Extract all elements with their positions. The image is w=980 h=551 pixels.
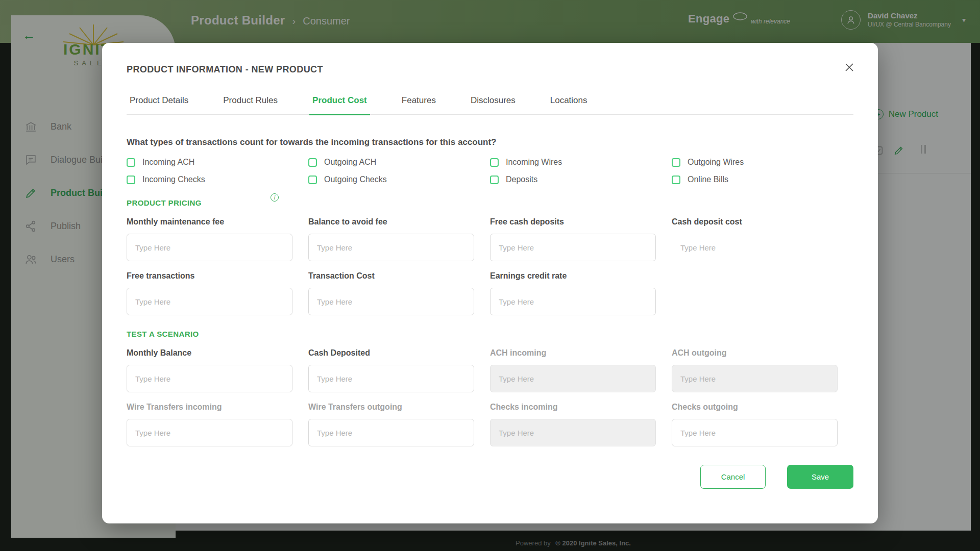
checkbox-label: Outgoing Wires: [688, 158, 744, 167]
tab-disclosures[interactable]: Disclosures: [468, 95, 519, 115]
checks-incoming-input: [490, 419, 656, 446]
cash-deposit-cost-input[interactable]: [672, 234, 838, 261]
test-a-scenario-heading: TEST A SCENARIO: [127, 330, 853, 338]
tab-product-cost[interactable]: Product Cost: [309, 95, 370, 115]
field-monthly-maintenance-fee: Monthly maintenance fee: [127, 207, 308, 261]
checkbox-incoming-checks[interactable]: Incoming Checks: [127, 175, 308, 184]
checkbox-box[interactable]: [490, 158, 499, 167]
field-free-transactions: Free transactions: [127, 261, 308, 315]
field-monthly-balance: Monthly Balance: [127, 338, 308, 392]
modal-actions: Cancel Save: [127, 465, 853, 489]
checkbox-box[interactable]: [308, 158, 317, 167]
wire-transfers-outgoing-input[interactable]: [308, 419, 474, 446]
field-label: Wire Transfers incoming: [127, 403, 308, 412]
wire-transfers-incoming-input[interactable]: [127, 419, 292, 446]
product-pricing-heading: PRODUCT PRICING: [127, 198, 853, 207]
save-button[interactable]: Save: [787, 465, 853, 489]
cancel-button[interactable]: Cancel: [700, 465, 766, 489]
tab-product-rules[interactable]: Product Rules: [220, 95, 281, 115]
test-scenario-fields: Monthly Balance Cash Deposited ACH incom…: [127, 338, 853, 446]
field-earnings-credit-rate: Earnings credit rate: [490, 261, 672, 315]
checkbox-box[interactable]: [127, 176, 135, 184]
field-label: ACH incoming: [490, 348, 672, 358]
transaction-type-checkboxes: Incoming ACH Outgoing ACH Incoming Wires…: [127, 158, 853, 184]
checkbox-incoming-ach[interactable]: Incoming ACH: [127, 158, 308, 167]
checkbox-label: Incoming ACH: [142, 158, 194, 167]
field-ach-outgoing: ACH outgoing: [672, 338, 853, 392]
monthly-balance-input[interactable]: [127, 365, 292, 392]
field-label: Wire Transfers outgoing: [308, 403, 490, 412]
field-cash-deposit-cost: Cash deposit cost: [672, 207, 853, 261]
checkbox-label: Deposits: [506, 175, 537, 184]
checkbox-deposits[interactable]: Deposits: [490, 175, 672, 184]
checkbox-online-bills[interactable]: Online Bills: [672, 175, 853, 184]
monthly-maintenance-fee-input[interactable]: [127, 234, 292, 261]
checkbox-outgoing-checks[interactable]: Outgoing Checks: [308, 175, 490, 184]
checks-outgoing-input[interactable]: [672, 419, 838, 446]
checkbox-outgoing-ach[interactable]: Outgoing ACH: [308, 158, 490, 167]
field-label: Cash deposit cost: [672, 217, 853, 227]
free-transactions-input[interactable]: [127, 288, 292, 315]
product-information-modal: PRODUCT INFORMATION - NEW PRODUCT Produc…: [102, 43, 878, 523]
info-icon[interactable]: i: [271, 193, 279, 202]
checkbox-incoming-wires[interactable]: Incoming Wires: [490, 158, 672, 167]
field-label: Free cash deposits: [490, 217, 672, 227]
earnings-credit-rate-input[interactable]: [490, 288, 656, 315]
product-pricing-fields: Monthly maintenance fee Balance to avoid…: [127, 207, 853, 315]
field-checks-incoming: Checks incoming: [490, 392, 672, 446]
field-label: ACH outgoing: [672, 348, 853, 358]
balance-to-avoid-fee-input[interactable]: [308, 234, 474, 261]
field-label: Transaction Cost: [308, 271, 490, 281]
field-wire-transfers-outgoing: Wire Transfers outgoing: [308, 392, 490, 446]
tab-product-details[interactable]: Product Details: [127, 95, 191, 115]
checkbox-label: Outgoing ACH: [324, 158, 376, 167]
checkbox-label: Online Bills: [688, 175, 728, 184]
checkbox-box[interactable]: [308, 176, 317, 184]
checkbox-box[interactable]: [672, 176, 680, 184]
checkbox-label: Incoming Wires: [506, 158, 562, 167]
field-balance-to-avoid-fee: Balance to avoid fee: [308, 207, 490, 261]
transaction-types-question: What types of transactions count for tow…: [127, 137, 853, 147]
checkbox-box[interactable]: [672, 158, 680, 167]
free-cash-deposits-input[interactable]: [490, 234, 656, 261]
field-label: Earnings credit rate: [490, 271, 672, 281]
checkbox-box[interactable]: [490, 176, 499, 184]
tab-locations[interactable]: Locations: [547, 95, 591, 115]
checkbox-label: Outgoing Checks: [324, 175, 387, 184]
field-label: Checks incoming: [490, 403, 672, 412]
modal-title: PRODUCT INFORMATION - NEW PRODUCT: [127, 64, 853, 75]
transaction-cost-input[interactable]: [308, 288, 474, 315]
checkbox-outgoing-wires[interactable]: Outgoing Wires: [672, 158, 853, 167]
field-label: Monthly Balance: [127, 348, 308, 358]
field-cash-deposited: Cash Deposited: [308, 338, 490, 392]
field-wire-transfers-incoming: Wire Transfers incoming: [127, 392, 308, 446]
field-label: Monthly maintenance fee: [127, 217, 308, 227]
ach-incoming-input: [490, 365, 656, 392]
checkbox-label: Incoming Checks: [142, 175, 205, 184]
field-label: Balance to avoid fee: [308, 217, 490, 227]
field-label: Cash Deposited: [308, 348, 490, 358]
field-label: Free transactions: [127, 271, 308, 281]
close-icon[interactable]: [844, 62, 854, 72]
field-checks-outgoing: Checks outgoing: [672, 392, 853, 446]
checkbox-box[interactable]: [127, 158, 135, 167]
field-free-cash-deposits: Free cash deposits: [490, 207, 672, 261]
field-ach-incoming: ACH incoming: [490, 338, 672, 392]
tab-features[interactable]: Features: [399, 95, 439, 115]
cash-deposited-input[interactable]: [308, 365, 474, 392]
field-label: Checks outgoing: [672, 403, 853, 412]
ach-outgoing-input: [672, 365, 838, 392]
field-transaction-cost: Transaction Cost: [308, 261, 490, 315]
modal-tabs: Product Details Product Rules Product Co…: [127, 95, 853, 115]
